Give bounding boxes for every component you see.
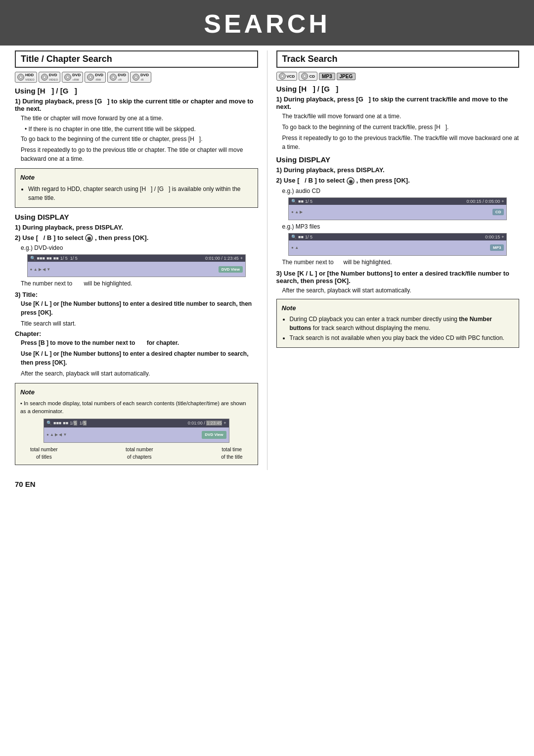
badge-dvd-r: DVD-R bbox=[130, 72, 151, 83]
left-screen-dvd-time: 0:01:00 / 1:23:45 bbox=[205, 256, 239, 261]
right-step1: 1) During playback, press [G ] to skip t… bbox=[276, 95, 520, 151]
right-step3-after: After the search, playback will start au… bbox=[282, 286, 520, 295]
dvd-rw-plus-disc-icon bbox=[64, 74, 71, 81]
left-display-step2-note: The number next to will be highlighted. bbox=[21, 279, 258, 288]
left-screen-dvd-plus: + bbox=[240, 256, 243, 261]
left-note1-item1: With regard to HDD, chapter search using… bbox=[28, 185, 253, 202]
left-diagram-time: 0:01:00 / 1:23:45 bbox=[188, 420, 222, 427]
left-diagram-plus: + bbox=[223, 420, 226, 427]
left-display-step2-eg: e.g.) DVD-video bbox=[21, 243, 258, 252]
left-step1-body3: Press it repeatedly to go to the previou… bbox=[21, 145, 258, 163]
badge-cd: CD bbox=[299, 72, 317, 81]
right-using-display-heading: Using DISPLAY bbox=[276, 155, 520, 164]
dvd-video-disc-icon bbox=[41, 74, 48, 81]
left-screen-dvd-nums3: ■■ bbox=[53, 256, 59, 261]
right-note-title: Note bbox=[282, 303, 514, 313]
hdd-disc-icon bbox=[17, 74, 24, 81]
right-display-step2-text: 2) Use [ / B ] to select ◉ , then press … bbox=[276, 177, 520, 185]
badge-dvd-rw-plus: DVD+RW bbox=[62, 72, 83, 83]
right-screen-cd-fraction: 1/ 5 bbox=[305, 199, 312, 204]
right-screen-cd-icon: 🔍 bbox=[291, 199, 297, 204]
badge-dvd-r-plus: DVD+R bbox=[107, 72, 129, 83]
left-note2-title: Note bbox=[20, 387, 253, 397]
left-step3-title-use: Use [K / L ] or [the Number buttons] to … bbox=[21, 299, 258, 317]
left-step1-body1: The title or chapter will move forward b… bbox=[21, 114, 258, 123]
vcd-label: VCD bbox=[287, 74, 295, 79]
left-step1-bullet1: If there is no chapter in one title, the… bbox=[25, 125, 258, 134]
left-diagram-nums2: ■■ bbox=[63, 420, 68, 427]
right-screen-mp3-badge: MP3 bbox=[490, 244, 504, 251]
right-step1-body2: To go back to the beginning of the curre… bbox=[282, 123, 520, 132]
left-screen-dvd-nums1: ■■■ bbox=[37, 256, 45, 261]
right-screen-cd-badge: CD bbox=[492, 209, 504, 215]
left-note2: Note • In search mode display, total num… bbox=[15, 383, 258, 465]
vcd-disc-icon bbox=[279, 73, 286, 80]
left-diagram-icons: ● ▲ ▶ ◀ ▼ bbox=[46, 432, 67, 438]
left-step3-chapter-use: Use [K / L ] or [the Number buttons] to … bbox=[21, 349, 258, 367]
right-note-item1: During CD playback you can enter a track… bbox=[290, 315, 514, 332]
hdd-label: HDDVIDEO bbox=[25, 73, 35, 82]
right-display-step1: 1) During playback, press DISPLAY. bbox=[276, 166, 520, 174]
left-screen-dvd-top: 🔍 ■■■ ■■ ■■ 1/ 5 1/ 5 0:01:00 / 1:23:45 … bbox=[28, 255, 245, 262]
left-step1: 1) During playback, press [G ] to skip t… bbox=[15, 97, 258, 163]
left-step3-after: After the search, playback will start au… bbox=[21, 369, 258, 378]
right-step1-body3: Press it repeatedly to go to the previou… bbox=[282, 134, 520, 151]
left-diagram-label2: total numberof chapters bbox=[126, 446, 153, 461]
badge-hdd: HDDVIDEO bbox=[15, 72, 37, 83]
page-header: SEARCH bbox=[0, 0, 534, 46]
dvd-rw-plus-label: DVD+RW bbox=[72, 73, 81, 82]
left-format-badges: HDDVIDEO DVDVIDEO DVD+RW DVD-RW DVD+R bbox=[15, 72, 258, 83]
page-title: SEARCH bbox=[0, 9, 534, 39]
left-note2-body: • In search mode display, total numbers … bbox=[20, 399, 253, 416]
right-column: Track Search VCD CD MP3 JPEG Using [H ] … bbox=[267, 50, 520, 470]
right-display-highlighted-note: The number next to will be highlighted. bbox=[282, 258, 520, 267]
left-note1-title: Note bbox=[20, 173, 253, 183]
right-screen-mp3-nums: ■■ bbox=[298, 235, 304, 239]
right-screen-cd-plus: + bbox=[501, 199, 504, 204]
left-note1-list: With regard to HDD, chapter search using… bbox=[28, 185, 253, 202]
right-screen-cd-bottom: ● ▲ ▶ CD bbox=[289, 205, 506, 220]
badge-mp3: MP3 bbox=[319, 73, 335, 80]
right-screen-cd-nums: ■■ bbox=[298, 199, 304, 204]
left-step3-chapter-label: Chapter: bbox=[15, 330, 258, 337]
right-display-step2: 2) Use [ / B ] to select ◉ , then press … bbox=[276, 177, 520, 267]
right-note: Note During CD playback you can enter a … bbox=[276, 299, 520, 348]
right-screen-cd-time: 0:00:15 / 0:05:00 bbox=[467, 199, 500, 204]
left-diagram-nums1: ■■■ bbox=[53, 420, 61, 427]
left-display-step2-text: 2) Use [ / B ] to select ◉ , then press … bbox=[15, 234, 258, 242]
right-display-step1-text: 1) During playback, press DISPLAY. bbox=[276, 166, 520, 174]
left-step3: 3) Title: Use [K / L ] or [the Number bu… bbox=[15, 291, 258, 378]
left-using-display-heading: Using DISPLAY bbox=[15, 213, 258, 221]
right-display-step2-eg-audio: e.g.) audio CD bbox=[282, 187, 520, 195]
cd-disc-icon bbox=[301, 73, 308, 80]
left-screen-dvd-badge: DVD View bbox=[219, 266, 243, 273]
right-screen-mp3: 🔍 ■■ 1/ 5 0:00:15 + ● ▲ MP3 bbox=[288, 233, 507, 256]
circle-icon: ◉ bbox=[85, 234, 93, 242]
right-screen-cd-icons: ● ▲ ▶ bbox=[291, 210, 303, 214]
left-section-title: Title / Chapter Search bbox=[15, 50, 258, 68]
badge-dvd-video: DVDVIDEO bbox=[39, 72, 61, 83]
left-display-step1-text: 1) During playback, press DISPLAY. bbox=[15, 224, 258, 231]
right-note-item2: Track search is not available when you p… bbox=[290, 333, 514, 342]
left-step1-heading: 1) During playback, press [G ] to skip t… bbox=[15, 97, 258, 112]
right-screen-mp3-bottom: ● ▲ MP3 bbox=[289, 240, 506, 255]
right-note-list: During CD playback you can enter a track… bbox=[290, 315, 514, 342]
left-note1: Note With regard to HDD, chapter search … bbox=[15, 168, 258, 208]
left-screen-dvd-bottom: ● ▲ ▶ ◀ ▼ DVD View bbox=[28, 262, 245, 277]
left-screen-dvd-fraction: 1/ 5 1/ 5 bbox=[60, 256, 78, 261]
cd-label: CD bbox=[309, 74, 315, 79]
right-screen-mp3-time: 0:00:15 bbox=[485, 235, 500, 239]
right-screen-cd-top: 🔍 ■■ 1/ 5 0:00:15 / 0:05:00 + bbox=[289, 198, 506, 205]
right-screen-mp3-icon: 🔍 bbox=[291, 235, 297, 239]
right-screen-cd: 🔍 ■■ 1/ 5 0:00:15 / 0:05:00 + ● ▲ ▶ CD bbox=[288, 197, 507, 220]
left-step3-title-start: Title search will start. bbox=[21, 319, 258, 328]
dvd-r-plus-label: DVD+R bbox=[118, 73, 126, 82]
right-screen-mp3-plus: + bbox=[501, 235, 504, 239]
right-step1-body1: The track/file will move forward one at … bbox=[282, 112, 520, 121]
right-section-title: Track Search bbox=[276, 50, 520, 68]
right-circle-icon: ◉ bbox=[347, 177, 355, 185]
page-footer: 70 EN bbox=[0, 475, 534, 493]
left-diagram-screen: 🔍 ■■■ ■■ 1/5 1/5 0:01:00 / 1:23:45 + ● ▲… bbox=[44, 419, 229, 443]
right-using-hg-heading: Using [H ] / [G ] bbox=[276, 85, 520, 93]
left-display-step2: 2) Use [ / B ] to select ◉ , then press … bbox=[15, 234, 258, 288]
